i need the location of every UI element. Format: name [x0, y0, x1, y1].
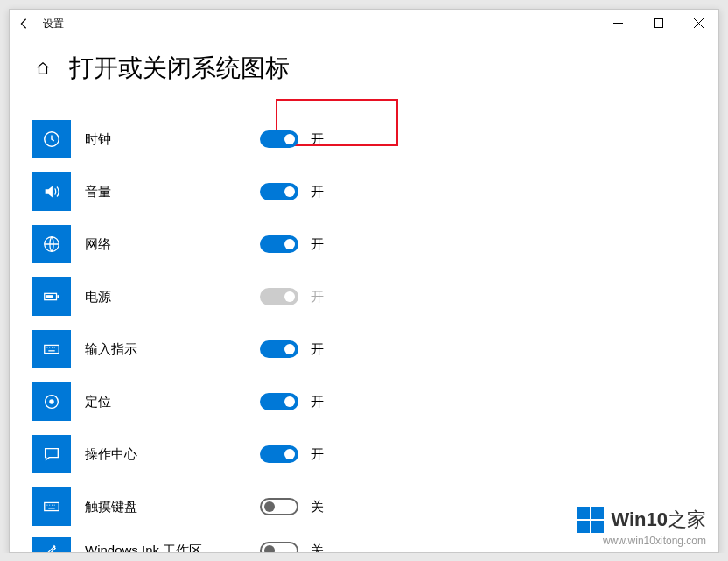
toggle-state: 开 [311, 131, 324, 148]
toggle-wrap-volume: 开 [260, 183, 324, 200]
minimize-icon [613, 18, 623, 28]
close-icon [694, 18, 704, 28]
watermark-brand-main: Win10 [611, 508, 668, 531]
toggle-state: 开 [311, 184, 324, 200]
row-volume: 音量 开 [32, 165, 696, 218]
toggle-touch-keyboard[interactable] [260, 498, 298, 515]
row-label: 输入指示 [85, 341, 260, 358]
toggle-wrap-action: 开 [260, 445, 324, 463]
row-input: 输入指示 开 [32, 323, 696, 375]
toggle-wrap-location: 开 [260, 393, 324, 410]
page-title: 打开或关闭系统图标 [69, 52, 290, 85]
watermark-brand-sub: 之家 [668, 507, 706, 533]
location-icon [42, 392, 61, 411]
toggle-state: 开 [311, 446, 324, 463]
row-power: 电源 开 [32, 270, 696, 323]
windows-logo-icon [578, 507, 604, 533]
toggle-state: 开 [311, 236, 324, 253]
home-button[interactable] [32, 58, 53, 79]
row-network: 网络 开 [32, 218, 696, 270]
home-icon [35, 60, 51, 76]
keyboard-icon [42, 340, 61, 359]
toggle-state: 开 [311, 341, 324, 358]
keyboard-icon [42, 497, 61, 516]
row-label: 电源 [85, 289, 260, 305]
row-action-center: 操作中心 开 [32, 428, 696, 480]
toggle-input[interactable] [260, 340, 298, 358]
row-clock: 时钟 开 [32, 113, 696, 165]
row-label: 操作中心 [85, 446, 260, 463]
svg-rect-1 [654, 18, 662, 27]
minimize-button[interactable] [598, 10, 638, 36]
toggle-clock[interactable] [260, 130, 298, 148]
volume-icon [42, 182, 61, 201]
location-tile [32, 382, 71, 421]
row-label: 音量 [85, 184, 260, 200]
toggle-volume[interactable] [260, 183, 298, 200]
title-bar: 设置 [10, 10, 718, 38]
arrow-left-icon [18, 18, 30, 30]
toggle-state: 关 [311, 543, 324, 554]
watermark: Win10 之家 www.win10xitong.com [578, 507, 706, 547]
toggle-state: 开 [311, 394, 324, 410]
pen-icon [43, 542, 60, 553]
watermark-main: Win10 之家 [578, 507, 706, 533]
toggle-ink[interactable] [260, 542, 298, 553]
close-button[interactable] [678, 10, 718, 36]
row-label: 时钟 [85, 131, 260, 148]
row-location: 定位 开 [32, 375, 696, 428]
row-label: Windows Ink 工作区 [85, 543, 260, 554]
toggle-action-center[interactable] [260, 445, 298, 463]
svg-rect-9 [45, 345, 60, 353]
app-title: 设置 [43, 17, 64, 32]
svg-point-16 [49, 399, 54, 404]
power-tile [32, 277, 71, 316]
battery-icon [42, 287, 61, 306]
toggle-state: 开 [311, 289, 324, 305]
toggle-state: 关 [311, 499, 324, 515]
network-tile [32, 225, 71, 263]
settings-window: 设置 打开或关闭系统图标 时钟 [9, 9, 719, 553]
action-center-tile [32, 435, 71, 473]
ink-tile [32, 537, 71, 553]
notification-icon [42, 445, 61, 464]
touchkb-tile [32, 487, 71, 526]
svg-rect-7 [57, 295, 59, 298]
volume-tile [32, 172, 71, 211]
row-label: 网络 [85, 236, 260, 253]
svg-rect-17 [45, 502, 60, 510]
toggle-network[interactable] [260, 235, 298, 253]
toggle-location[interactable] [260, 393, 298, 410]
toggle-wrap-power: 开 [260, 288, 324, 305]
clock-icon [42, 130, 61, 149]
toggle-power [260, 288, 298, 305]
maximize-button[interactable] [638, 10, 678, 36]
row-label: 触摸键盘 [85, 499, 260, 515]
row-label: 定位 [85, 394, 260, 410]
page-header: 打开或关闭系统图标 [32, 52, 290, 85]
toggle-wrap-network: 开 [260, 235, 324, 253]
toggle-wrap-input: 开 [260, 340, 324, 358]
toggle-wrap-touchkb: 关 [260, 498, 324, 515]
back-button[interactable] [10, 10, 38, 38]
watermark-url: www.win10xitong.com [578, 535, 706, 547]
settings-list: 时钟 开 音量 开 网络 开 [32, 113, 696, 552]
svg-rect-8 [46, 295, 53, 298]
toggle-wrap-clock: 开 [260, 130, 324, 148]
maximize-icon [654, 18, 663, 28]
globe-icon [42, 235, 61, 254]
input-tile [32, 330, 71, 368]
toggle-wrap-ink: 关 [260, 542, 324, 553]
clock-tile [32, 120, 71, 158]
window-controls [598, 10, 718, 36]
